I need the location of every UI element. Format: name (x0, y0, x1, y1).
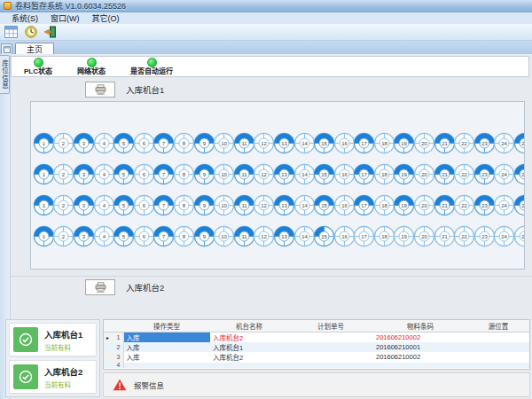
cell[interactable]: 入库 (123, 352, 210, 363)
svg-text:19: 19 (402, 172, 408, 177)
table-row-3[interactable]: 3入库入库机台2201606210002 (104, 352, 529, 363)
cell[interactable] (467, 352, 529, 363)
svg-text:11: 11 (241, 141, 247, 146)
side-tab-label: 库位信息 (0, 59, 10, 90)
exit-button[interactable] (43, 25, 58, 40)
slot-2-7: 7 (154, 163, 175, 187)
slot-4-12: 12 (254, 225, 275, 249)
svg-text:22: 22 (461, 141, 467, 146)
svg-text:15: 15 (321, 203, 327, 208)
slot-1-5: 5 (113, 132, 134, 156)
column-header[interactable]: 物料条码 (373, 320, 467, 332)
slot-3-12: 12 (254, 194, 275, 218)
cell[interactable]: 入库机台1 (210, 342, 288, 353)
cell[interactable]: 入库机台2 (210, 332, 288, 342)
svg-text:13: 13 (281, 141, 287, 146)
slot-2-10: 10 (214, 163, 234, 187)
svg-text:16: 16 (341, 203, 348, 208)
slot-4-11: 11 (234, 225, 254, 249)
svg-text:12: 12 (261, 172, 267, 177)
svg-text:14: 14 (301, 234, 308, 239)
slot-2-6: 6 (134, 163, 154, 187)
cell[interactable] (288, 363, 373, 368)
svg-text:11: 11 (241, 203, 247, 208)
slot-3-24: 24 (495, 194, 515, 218)
cell[interactable]: 201606210001 (373, 342, 467, 353)
slot-1-9: 9 (194, 132, 215, 156)
cell[interactable] (467, 332, 529, 342)
cell[interactable]: 201606210002 (373, 352, 467, 363)
section-title-machine2: 入库机台2 (126, 281, 164, 293)
slot-1-7: 7 (154, 132, 175, 156)
menu-item-system[interactable]: 系统(S) (5, 12, 44, 24)
cell[interactable]: 入库 (123, 332, 210, 342)
svg-text:16: 16 (341, 172, 348, 177)
menu-item-window[interactable]: 窗口(W) (44, 12, 86, 24)
tab-home[interactable]: 主页 (15, 43, 54, 54)
clock-button[interactable] (23, 25, 38, 40)
slot-4-8: 8 (174, 225, 194, 249)
main-area: 入库机台1 1234567891011121314151617181920212… (11, 80, 532, 295)
schedule-table-button[interactable] (4, 25, 19, 40)
slot-1-17: 17 (355, 132, 375, 156)
menu-item-other[interactable]: 其它(O) (86, 12, 126, 24)
slot-3-13: 13 (274, 194, 294, 218)
slot-2-2: 2 (54, 163, 74, 187)
svg-text:23: 23 (481, 172, 488, 177)
cell[interactable]: 入库 (123, 342, 210, 353)
status-light-icon (147, 58, 157, 67)
check-icon (13, 327, 38, 352)
cell[interactable] (288, 332, 373, 342)
row-indicator: 4 (104, 363, 123, 368)
cell[interactable] (288, 352, 373, 363)
cell[interactable] (467, 342, 529, 353)
section-title-machine1: 入库机台1 (126, 83, 164, 96)
check-icon (13, 364, 38, 389)
cell[interactable] (123, 363, 210, 368)
print-button-machine1[interactable] (85, 82, 115, 98)
svg-text:10: 10 (221, 172, 227, 177)
column-header[interactable]: 操作类型 (123, 320, 210, 332)
svg-text:25: 25 (521, 172, 525, 177)
side-collapsed-tab[interactable]: 库位信息 (0, 55, 10, 94)
slot-3-1: 1 (34, 194, 54, 218)
column-header[interactable]: 机台名称 (210, 320, 288, 332)
cell[interactable] (373, 363, 467, 368)
table-row-4[interactable]: 4 (104, 363, 529, 368)
svg-text:18: 18 (381, 141, 387, 146)
status-light-icon (87, 58, 97, 67)
slot-3-7: 7 (154, 194, 175, 218)
slot-4-18: 18 (374, 225, 395, 249)
cell[interactable] (288, 342, 373, 353)
svg-text:17: 17 (361, 234, 367, 239)
svg-text:24: 24 (502, 203, 508, 208)
svg-text:12: 12 (261, 203, 267, 208)
slot-1-10: 10 (214, 132, 234, 156)
svg-text:25: 25 (521, 234, 525, 239)
dock-tab[interactable] (1, 43, 12, 54)
slot-1-25: 25 (514, 132, 525, 156)
exit-door-icon (43, 26, 57, 38)
column-header[interactable]: 计划单号 (288, 320, 373, 332)
slot-2-20: 20 (414, 163, 434, 187)
section-header-machine2: 入库机台2 (11, 276, 532, 295)
table-row-2[interactable]: 2入库入库机台1201606210001 (104, 342, 529, 353)
print-button-machine2[interactable] (85, 279, 115, 295)
status-indicator-0: PLC状态 (24, 58, 52, 75)
cell[interactable]: 201606210002 (373, 332, 467, 342)
column-header[interactable]: 源位置 (467, 320, 529, 332)
task-panel: 操作类型机台名称计划单号物料条码源位置▸1入库入库机台2201606210002… (103, 319, 530, 397)
svg-text:20: 20 (421, 172, 427, 177)
status-indicator-label: 网络状态 (77, 68, 106, 75)
slot-1-2: 2 (54, 132, 74, 156)
slot-3-14: 14 (294, 194, 315, 218)
status-indicator-1: 网络状态 (77, 58, 106, 75)
cell[interactable] (467, 363, 529, 368)
cell[interactable]: 入库机台2 (210, 352, 288, 363)
table-row-1[interactable]: ▸1入库入库机台2201606210002 (104, 332, 529, 342)
svg-text:14: 14 (301, 141, 308, 146)
slot-3-22: 22 (454, 194, 474, 218)
cell[interactable] (210, 363, 288, 368)
svg-text:18: 18 (381, 234, 387, 239)
warning-icon (113, 379, 127, 391)
